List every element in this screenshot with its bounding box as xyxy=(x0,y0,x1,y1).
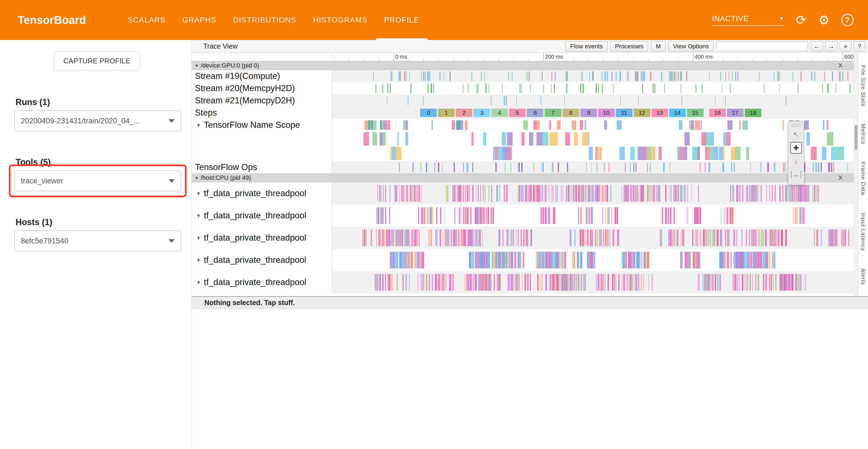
step-9[interactable]: 9 xyxy=(580,109,597,117)
trace-event[interactable] xyxy=(401,185,402,202)
trace-event[interactable] xyxy=(783,185,783,202)
trace-event[interactable] xyxy=(708,132,711,146)
step-18[interactable]: 18 xyxy=(745,109,762,117)
trace-event[interactable] xyxy=(591,207,592,224)
trace-event[interactable] xyxy=(611,207,612,224)
trace-event[interactable] xyxy=(671,185,672,202)
row-track[interactable] xyxy=(332,131,854,161)
trace-event[interactable] xyxy=(552,71,552,81)
trace-event[interactable] xyxy=(390,147,392,160)
trace-event[interactable] xyxy=(459,207,459,224)
trace-event[interactable] xyxy=(723,147,724,160)
trace-event[interactable] xyxy=(386,185,386,202)
trace-event[interactable] xyxy=(495,252,495,269)
trace-event[interactable] xyxy=(664,84,665,93)
trace-event[interactable] xyxy=(801,207,802,224)
trace-event[interactable] xyxy=(432,230,432,246)
trace-event[interactable] xyxy=(410,185,411,202)
trace-event[interactable] xyxy=(763,230,764,246)
trace-event[interactable] xyxy=(503,230,503,246)
trace-event[interactable] xyxy=(435,230,436,246)
trace-event[interactable] xyxy=(597,185,598,202)
trace-event[interactable] xyxy=(685,185,686,202)
trace-event[interactable] xyxy=(375,274,376,291)
trace-event[interactable] xyxy=(388,84,388,93)
trace-event[interactable] xyxy=(832,71,833,81)
trace-event[interactable] xyxy=(480,207,482,224)
trace-event[interactable] xyxy=(796,207,798,224)
timing-tool-icon[interactable]: ↔ xyxy=(790,169,802,180)
trace-event[interactable] xyxy=(722,84,722,93)
trace-event[interactable] xyxy=(383,230,383,246)
trace-event[interactable] xyxy=(592,71,594,81)
trace-event[interactable] xyxy=(454,230,455,246)
trace-event[interactable] xyxy=(503,147,509,160)
trace-event[interactable] xyxy=(783,162,784,172)
trace-event[interactable] xyxy=(619,147,625,160)
trace-event[interactable] xyxy=(765,230,766,246)
trace-event[interactable] xyxy=(519,185,520,202)
trace-event[interactable] xyxy=(708,230,708,246)
trace-event[interactable] xyxy=(775,162,776,172)
trace-event[interactable] xyxy=(624,274,625,291)
trace-event[interactable] xyxy=(732,185,733,202)
trace-event[interactable] xyxy=(818,185,818,202)
trace-event[interactable] xyxy=(608,230,609,246)
trace-event[interactable] xyxy=(672,71,673,81)
trace-event[interactable] xyxy=(728,71,729,81)
trace-event[interactable] xyxy=(456,230,457,246)
trace-event[interactable] xyxy=(738,185,739,202)
trace-event[interactable] xyxy=(472,185,473,202)
trace-event[interactable] xyxy=(746,230,747,246)
trace-event[interactable] xyxy=(733,252,736,269)
trace-event[interactable] xyxy=(818,162,819,172)
trace-event[interactable] xyxy=(616,274,616,291)
trace-event[interactable] xyxy=(766,185,767,202)
trace-event[interactable] xyxy=(650,71,651,81)
trace-event[interactable] xyxy=(753,230,754,246)
trace-event[interactable] xyxy=(431,84,431,93)
step-5[interactable]: 5 xyxy=(509,109,526,117)
trace-event[interactable] xyxy=(738,252,740,269)
trace-event[interactable] xyxy=(843,230,844,246)
trace-event[interactable] xyxy=(668,207,669,224)
trace-event[interactable] xyxy=(510,230,510,246)
trace-event[interactable] xyxy=(457,185,458,202)
trace-event[interactable] xyxy=(489,274,490,291)
trace-event[interactable] xyxy=(553,185,554,202)
step-14[interactable]: 14 xyxy=(669,109,686,117)
trace-event[interactable] xyxy=(796,207,796,224)
trace-event[interactable] xyxy=(542,162,544,172)
trace-event[interactable] xyxy=(699,274,700,291)
trace-event[interactable] xyxy=(777,230,778,246)
trace-event[interactable] xyxy=(465,230,466,246)
trace-event[interactable] xyxy=(559,274,560,291)
trace-event[interactable] xyxy=(392,147,396,160)
trace-event[interactable] xyxy=(417,185,418,202)
trace-event[interactable] xyxy=(489,185,489,202)
trace-event[interactable] xyxy=(504,252,505,269)
trace-event[interactable] xyxy=(519,252,520,269)
trace-event[interactable] xyxy=(649,185,650,202)
trace-event[interactable] xyxy=(575,230,576,246)
trace-event[interactable] xyxy=(626,274,627,291)
trace-event[interactable] xyxy=(627,185,627,202)
trace-event[interactable] xyxy=(645,185,645,202)
trace-event[interactable] xyxy=(721,230,722,246)
trace-event[interactable] xyxy=(587,207,588,224)
trace-event[interactable] xyxy=(435,274,436,291)
trace-event[interactable] xyxy=(775,252,775,269)
trace-event[interactable] xyxy=(740,252,741,269)
trace-event[interactable] xyxy=(695,120,699,129)
trace-event[interactable] xyxy=(543,84,544,93)
trace-event[interactable] xyxy=(440,207,441,224)
trace-event[interactable] xyxy=(400,71,401,81)
trace-event[interactable] xyxy=(598,185,599,202)
trace-event[interactable] xyxy=(375,84,376,93)
trace-event[interactable] xyxy=(627,274,628,291)
trace-event[interactable] xyxy=(484,207,485,224)
trace-event[interactable] xyxy=(406,230,407,246)
trace-event[interactable] xyxy=(540,96,541,105)
trace-event[interactable] xyxy=(840,71,841,81)
trace-event[interactable] xyxy=(677,185,678,202)
